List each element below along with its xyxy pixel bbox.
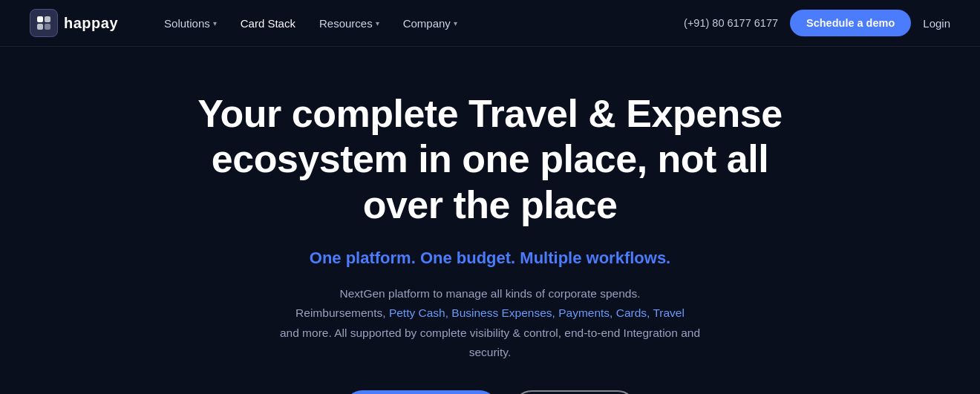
hero-desc-line1: NextGen platform to manage all kinds of …	[340, 287, 641, 300]
schedule-demo-button-nav[interactable]: Schedule a demo	[790, 10, 911, 36]
nav-item-company[interactable]: Company ▾	[393, 11, 468, 36]
logo-text: happay	[64, 15, 118, 32]
hero-desc-line3: and more. All supported by complete visi…	[280, 326, 700, 358]
nav-links: Solutions ▾ Card Stack Resources ▾ Compa…	[154, 11, 684, 36]
nav-right: (+91) 80 6177 6177 Schedule a demo Login	[684, 10, 950, 36]
chevron-down-icon: ▾	[213, 19, 217, 27]
svg-rect-0	[37, 16, 43, 22]
svg-rect-2	[37, 24, 43, 30]
hero-desc-line2: Reimbursements,	[295, 306, 385, 319]
navbar: happay Solutions ▾ Card Stack Resources …	[0, 0, 980, 47]
logo-icon	[30, 9, 58, 37]
chevron-down-icon: ▾	[376, 19, 379, 27]
hero-section: Your complete Travel & Expense ecosystem…	[0, 47, 980, 394]
nav-item-cardstack[interactable]: Card Stack	[230, 11, 306, 36]
nav-item-resources[interactable]: Resources ▾	[309, 11, 390, 36]
logo[interactable]: happay	[30, 9, 118, 37]
svg-rect-3	[45, 24, 50, 30]
svg-rect-1	[45, 16, 50, 22]
hero-buttons: Schedule a demo Get in touch	[344, 390, 636, 394]
phone-number: (+91) 80 6177 6177	[684, 17, 778, 29]
hero-desc-highlight: Petty Cash, Business Expenses, Payments,…	[389, 306, 685, 319]
hero-title: Your complete Travel & Expense ecosystem…	[171, 91, 809, 228]
login-link[interactable]: Login	[923, 17, 950, 30]
chevron-down-icon: ▾	[454, 19, 457, 27]
schedule-demo-button[interactable]: Schedule a demo	[344, 390, 498, 394]
nav-item-solutions[interactable]: Solutions ▾	[154, 11, 227, 36]
get-in-touch-button[interactable]: Get in touch	[513, 390, 636, 394]
hero-subtitle: One platform. One budget. Multiple workf…	[310, 249, 670, 268]
hero-description: NextGen platform to manage all kinds of …	[271, 284, 709, 362]
